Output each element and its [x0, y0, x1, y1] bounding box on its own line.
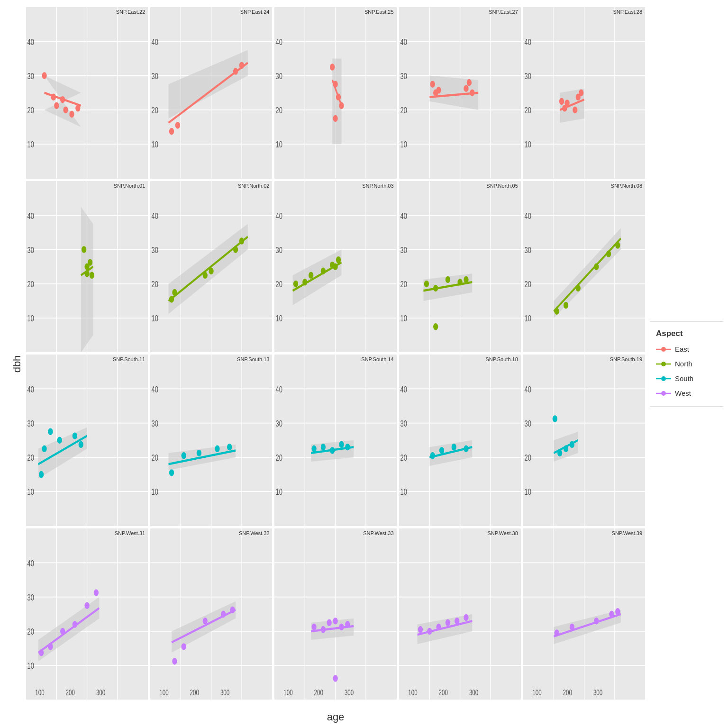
svg-point-132 [239, 237, 244, 244]
svg-point-88 [559, 98, 564, 105]
svg-point-50 [333, 81, 338, 87]
svg-text:10: 10 [152, 314, 159, 323]
svg-point-191 [594, 263, 599, 270]
svg-point-345 [327, 619, 332, 626]
svg-point-269 [464, 446, 468, 452]
svg-point-210 [48, 428, 53, 435]
panel-SNP-East-25: SNP.East.25 10 20 30 40 [274, 7, 396, 179]
svg-point-250 [339, 441, 344, 448]
svg-point-366 [445, 619, 450, 626]
svg-point-189 [564, 301, 568, 308]
panel-SNP-South-13: SNP.South.13 10 20 30 40 [150, 355, 272, 526]
svg-text:20: 20 [27, 627, 35, 636]
svg-text:30: 30 [524, 72, 531, 81]
svg-text:10: 10 [27, 140, 35, 149]
svg-text:30: 30 [27, 419, 35, 428]
panel-SNP-East-24: SNP.East.24 10 20 [150, 7, 272, 179]
svg-point-147 [293, 280, 298, 287]
legend-label-north: North [675, 360, 692, 368]
panel-SNP-South-19: SNP.South.19 10 20 30 40 [523, 355, 645, 526]
svg-point-248 [321, 444, 326, 450]
svg-text:10: 10 [400, 140, 407, 149]
svg-point-305 [73, 621, 77, 628]
svg-text:10: 10 [400, 314, 407, 323]
svg-point-188 [554, 308, 559, 314]
svg-text:300: 300 [220, 688, 229, 697]
svg-point-51 [336, 94, 341, 100]
svg-text:200: 200 [438, 688, 447, 697]
svg-point-168 [424, 280, 428, 287]
svg-point-10 [42, 72, 46, 79]
panel-title: SNP.South.11 [113, 356, 145, 362]
panel-title: SNP.West.32 [239, 530, 269, 536]
panel-SNP-South-18: SNP.South.18 10 20 30 40 [399, 355, 521, 526]
svg-point-325 [172, 657, 177, 664]
svg-point-72 [466, 79, 471, 86]
x-axis-label: age [26, 711, 645, 723]
svg-text:40: 40 [27, 558, 35, 568]
svg-text:30: 30 [152, 245, 159, 255]
panel-title: SNP.East.22 [116, 9, 146, 15]
svg-point-306 [84, 602, 89, 609]
svg-point-251 [346, 444, 350, 450]
svg-point-52 [339, 102, 344, 109]
svg-text:20: 20 [152, 279, 159, 289]
panel-title: SNP.West.31 [115, 530, 145, 536]
panel-title: SNP.East.28 [613, 9, 642, 15]
legend-title: Aspect [656, 329, 717, 338]
svg-point-11 [51, 94, 56, 100]
svg-point-327 [203, 617, 208, 624]
y-axis-label: dbh [11, 355, 23, 373]
panel-SNP-East-22: SNP.East.22 [26, 7, 148, 179]
panel-title: SNP.South.18 [486, 356, 518, 362]
svg-point-346 [333, 617, 338, 624]
svg-point-267 [439, 447, 444, 454]
svg-text:10: 10 [276, 487, 283, 497]
svg-point-111 [88, 259, 92, 265]
legend: Aspect East North South [650, 321, 723, 407]
svg-point-71 [464, 85, 468, 91]
panel-title: SNP.East.24 [240, 9, 270, 15]
svg-text:30: 30 [400, 245, 407, 255]
legend-item-east: East [656, 345, 717, 353]
svg-text:30: 30 [152, 72, 159, 81]
svg-point-152 [333, 263, 338, 270]
svg-text:40: 40 [276, 384, 283, 394]
panel-title: SNP.West.39 [612, 530, 642, 536]
svg-point-382 [554, 629, 559, 636]
svg-text:200: 200 [66, 688, 75, 697]
svg-point-32 [175, 122, 180, 128]
svg-point-302 [39, 649, 44, 655]
panel-SNP-East-28: SNP.East.28 10 20 30 [523, 7, 645, 179]
svg-text:30: 30 [400, 419, 407, 428]
svg-text:10: 10 [524, 314, 531, 323]
svg-point-127 [169, 296, 174, 302]
svg-point-363 [418, 626, 422, 633]
svg-text:100: 100 [284, 688, 293, 697]
svg-point-34 [239, 62, 244, 69]
svg-point-304 [60, 628, 65, 634]
svg-point-91 [573, 107, 577, 113]
panel-title: SNP.South.14 [361, 356, 393, 362]
svg-text:20: 20 [400, 453, 407, 463]
svg-point-211 [57, 437, 62, 444]
svg-text:20: 20 [400, 106, 407, 115]
svg-point-347 [339, 623, 344, 630]
svg-point-367 [455, 617, 459, 624]
svg-text:20: 20 [524, 279, 531, 289]
svg-text:20: 20 [524, 106, 531, 115]
svg-point-130 [209, 267, 214, 274]
svg-point-31 [169, 128, 174, 135]
svg-point-73 [470, 90, 474, 96]
svg-text:300: 300 [469, 688, 478, 697]
svg-point-172 [464, 276, 468, 282]
svg-text:20: 20 [524, 453, 531, 463]
svg-point-249 [330, 447, 335, 454]
svg-point-93 [579, 90, 583, 96]
svg-text:200: 200 [190, 688, 199, 697]
svg-text:30: 30 [276, 245, 283, 255]
svg-point-397 [661, 391, 666, 396]
svg-text:40: 40 [524, 37, 531, 46]
svg-point-209 [42, 446, 46, 452]
svg-point-192 [606, 250, 611, 257]
